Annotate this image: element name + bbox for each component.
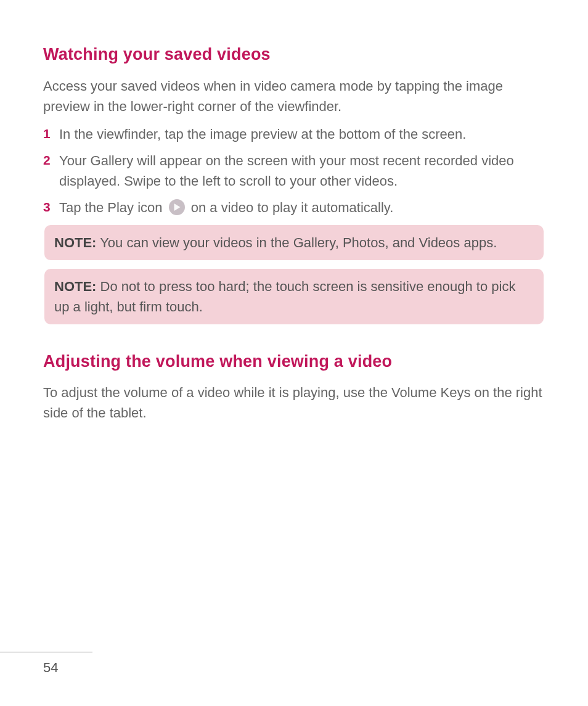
step-text-after: on a video to play it automatically. <box>187 200 394 215</box>
note-text: Do not to press too hard; the touch scre… <box>54 279 515 314</box>
step-number: 1 <box>43 124 59 144</box>
step-text-before: Tap the Play icon <box>59 200 166 215</box>
note-box: NOTE: You can view your videos in the Ga… <box>44 225 544 260</box>
note-box: NOTE: Do not to press too hard; the touc… <box>44 269 544 324</box>
step-text: Tap the Play icon on a video to play it … <box>59 197 545 218</box>
play-icon <box>169 199 185 215</box>
step-text: In the viewfinder, tap the image preview… <box>59 124 545 144</box>
heading-watching-saved-videos: Watching your saved videos <box>43 42 545 67</box>
step-number: 2 <box>43 150 59 170</box>
step-item: 2 Your Gallery will appear on the screen… <box>43 150 545 191</box>
intro-paragraph: Access your saved videos when in video c… <box>43 76 545 117</box>
steps-list: 1 In the viewfinder, tap the image previ… <box>43 124 545 218</box>
step-number: 3 <box>43 197 59 217</box>
step-item: 1 In the viewfinder, tap the image previ… <box>43 124 545 144</box>
intro-paragraph: To adjust the volume of a video while it… <box>43 382 545 423</box>
step-text: Your Gallery will appear on the screen w… <box>59 150 545 191</box>
note-text: You can view your videos in the Gallery,… <box>96 235 497 250</box>
page-number: 54 <box>0 652 92 678</box>
note-label: NOTE: <box>54 235 96 250</box>
step-item: 3 Tap the Play icon on a video to play i… <box>43 197 545 218</box>
note-label: NOTE: <box>54 279 96 294</box>
heading-adjusting-volume: Adjusting the volume when viewing a vide… <box>43 349 545 374</box>
